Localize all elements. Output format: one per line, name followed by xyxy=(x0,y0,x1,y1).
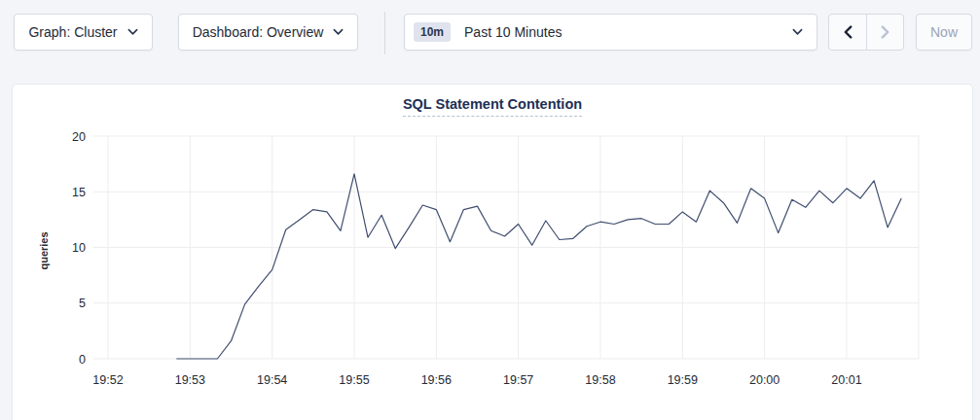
time-range-selector[interactable]: 10m Past 10 Minutes xyxy=(404,14,817,51)
x-tick-label: 20:01 xyxy=(831,373,861,387)
x-tick-label: 19:55 xyxy=(339,373,369,387)
y-tick-label: 20 xyxy=(72,130,86,144)
contention-chart[interactable]: 0510152019:5219:5319:5419:5519:5619:5719… xyxy=(13,85,974,415)
now-button[interactable]: Now xyxy=(916,14,972,51)
x-tick-label: 19:57 xyxy=(503,373,533,387)
time-step-buttons xyxy=(828,14,904,51)
graph-scope-label: Graph: Cluster xyxy=(28,24,117,40)
x-tick-label: 19:58 xyxy=(585,373,615,387)
time-step-back-button[interactable] xyxy=(829,15,866,50)
x-tick-label: 19:53 xyxy=(175,373,205,387)
dashboard-dropdown[interactable]: Dashboard: Overview xyxy=(178,14,358,51)
x-tick-label: 19:59 xyxy=(668,373,698,387)
x-tick-label: 19:54 xyxy=(257,373,287,387)
x-tick-label: 19:56 xyxy=(421,373,452,387)
graph-scope-dropdown[interactable]: Graph: Cluster xyxy=(14,14,153,51)
chevron-down-icon xyxy=(792,28,803,36)
time-range-label: Past 10 Minutes xyxy=(464,24,779,40)
chart-controls-bar: Graph: Cluster Dashboard: Overview 10m P… xyxy=(0,0,980,51)
x-tick-label: 19:52 xyxy=(92,373,123,387)
toolbar-divider xyxy=(384,12,385,54)
y-tick-label: 5 xyxy=(79,297,86,310)
x-tick-label: 20:00 xyxy=(749,373,780,387)
dashboard-label: Dashboard: Overview xyxy=(193,24,324,40)
y-tick-label: 15 xyxy=(72,186,86,199)
y-axis-label: queries xyxy=(38,231,50,269)
time-window-badge: 10m xyxy=(414,22,451,42)
chart-card: SQL Statement Contention 0510152019:5219… xyxy=(12,84,973,420)
y-tick-label: 0 xyxy=(79,353,86,367)
chevron-down-icon xyxy=(127,28,138,36)
y-tick-label: 10 xyxy=(72,241,86,255)
chevron-down-icon xyxy=(333,28,344,36)
chevron-right-icon xyxy=(880,25,890,39)
chevron-left-icon xyxy=(843,25,853,39)
series-line xyxy=(176,174,901,359)
time-step-forward-button[interactable] xyxy=(866,15,903,50)
